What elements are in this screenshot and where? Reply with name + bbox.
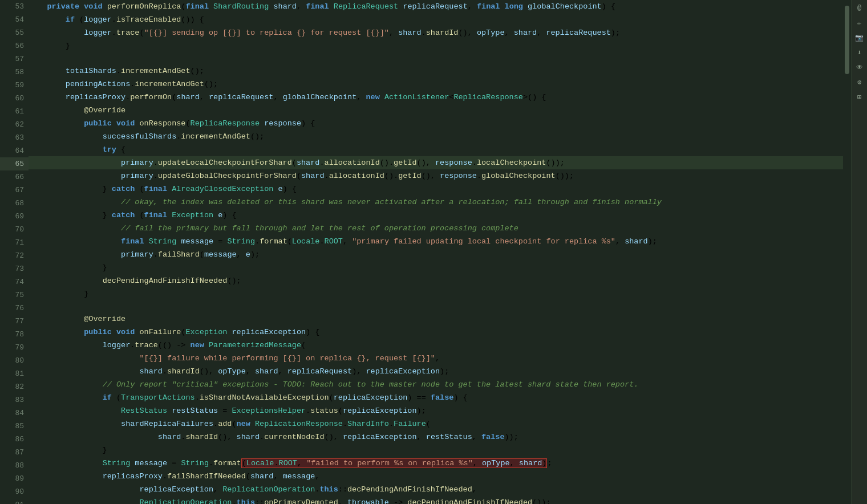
line-num-86: 86 xyxy=(0,433,29,446)
line-num-73: 73 xyxy=(0,262,29,275)
scrollbar[interactable] xyxy=(843,0,851,504)
line-num-90: 90 xyxy=(0,485,29,498)
code-line-87: } xyxy=(29,444,843,457)
code-line-70: // fail the primary but fall through and… xyxy=(29,222,843,235)
code-line-74: decPendingAndFinishIfNeeded(); xyxy=(29,274,843,287)
line-num-69: 69 xyxy=(0,210,29,223)
code-line-53: private void performOnReplica(final Shar… xyxy=(29,0,843,13)
code-line-69: } catch (final Exception e) { xyxy=(29,209,843,222)
line-num-54: 54 xyxy=(0,13,29,26)
line-num-66: 66 xyxy=(0,170,29,184)
code-line-78: public void onFailure(Exception replicaE… xyxy=(29,326,843,339)
line-num-67: 67 xyxy=(0,184,29,197)
code-line-65: primary.updateLocalCheckpointForShard(sh… xyxy=(29,156,843,169)
code-line-90: replicaException, ReplicationOperation.t… xyxy=(29,483,843,496)
line-num-81: 81 xyxy=(0,367,29,380)
line-num-78: 78 xyxy=(0,328,29,341)
line-numbers: 53 54 55 56 57 58 59 60 61 62 63 64 65 6… xyxy=(0,0,29,504)
line-num-68: 68 xyxy=(0,197,29,210)
line-num-88: 88 xyxy=(0,459,29,472)
line-num-59: 59 xyxy=(0,79,29,92)
line-num-91: 91 xyxy=(0,498,29,504)
line-num-74: 74 xyxy=(0,275,29,288)
scrollbar-thumb[interactable] xyxy=(845,6,849,74)
code-line-59: pendingActions.incrementAndGet(); xyxy=(29,78,843,91)
line-num-72: 72 xyxy=(0,249,29,262)
code-line-84: RestStatus restStatus = ExceptionsHelper… xyxy=(29,404,843,417)
code-line-66: primary.updateGlobalCheckpointForShard(s… xyxy=(29,169,843,182)
line-num-82: 82 xyxy=(0,380,29,393)
code-line-79: logger.trace(() -> new ParameterizedMess… xyxy=(29,339,843,352)
code-line-82: // Only report "critical" exceptions - T… xyxy=(29,378,843,391)
line-num-85: 85 xyxy=(0,420,29,433)
code-line-85: shardReplicaFailures.add(new Replication… xyxy=(29,417,843,430)
line-num-70: 70 xyxy=(0,223,29,236)
code-line-56: } xyxy=(29,39,843,52)
line-num-79: 79 xyxy=(0,341,29,354)
right-panel: @ ✏ 📷 ⬇ 👁 ⚙ ⊞ xyxy=(851,0,867,504)
eye-icon[interactable]: 👁 xyxy=(854,62,865,73)
line-num-56: 56 xyxy=(0,39,29,52)
code-line-88: String message = String.format(Locale.RO… xyxy=(29,457,843,470)
code-content: private void performOnReplica(final Shar… xyxy=(29,0,843,504)
code-line-68: // okay, the index was deleted or this s… xyxy=(29,196,843,209)
line-num-75: 75 xyxy=(0,288,29,302)
code-line-83: if (TransportActions.isShardNotAvailable… xyxy=(29,391,843,404)
code-line-76 xyxy=(29,300,843,312)
line-num-83: 83 xyxy=(0,393,29,407)
line-num-76: 76 xyxy=(0,302,29,315)
line-num-64: 64 xyxy=(0,144,29,157)
download-icon[interactable]: ⬇ xyxy=(854,47,865,58)
line-num-87: 87 xyxy=(0,446,29,459)
code-line-73: } xyxy=(29,261,843,274)
code-line-54: if (logger.isTraceEnabled()) { xyxy=(29,13,843,26)
code-line-89: replicasProxy.failShardIfNeeded(shard, m… xyxy=(29,470,843,483)
at-icon[interactable]: @ xyxy=(854,2,865,14)
code-line-58: totalShards.incrementAndGet(); xyxy=(29,64,843,78)
code-line-77: @Override xyxy=(29,312,843,326)
line-num-80: 80 xyxy=(0,354,29,367)
code-editor: 53 54 55 56 57 58 59 60 61 62 63 64 65 6… xyxy=(0,0,851,504)
line-num-89: 89 xyxy=(0,472,29,485)
code-line-81: shard.shardId(), opType, shard, replicaR… xyxy=(29,365,843,378)
code-line-64: try { xyxy=(29,143,843,156)
grid-icon[interactable]: ⊞ xyxy=(854,91,865,103)
code-line-71: final String message = String.format(Loc… xyxy=(29,235,843,248)
code-line-62: public void onResponse(ReplicaResponse r… xyxy=(29,117,843,130)
code-line-67: } catch (final AlreadyClosedException e)… xyxy=(29,182,843,196)
code-line-60: replicasProxy.performOn(shard, replicaRe… xyxy=(29,91,843,104)
line-num-77: 77 xyxy=(0,315,29,328)
line-num-60: 60 xyxy=(0,92,29,105)
settings-icon[interactable]: ⚙ xyxy=(854,76,865,88)
line-num-84: 84 xyxy=(0,407,29,420)
line-num-58: 58 xyxy=(0,66,29,79)
camera-icon[interactable]: 📷 xyxy=(854,32,865,43)
code-line-75: } xyxy=(29,287,843,300)
edit-icon[interactable]: ✏ xyxy=(854,17,865,29)
line-num-57: 57 xyxy=(0,52,29,66)
code-line-63: successfulShards.incrementAndGet(); xyxy=(29,130,843,143)
code-line-86: shard.shardId(), shard.currentNodeId(), … xyxy=(29,430,843,444)
code-line-80: "[{}] failure while performing [{}] on r… xyxy=(29,352,843,365)
line-num-63: 63 xyxy=(0,131,29,144)
line-num-71: 71 xyxy=(0,236,29,249)
line-num-65: 65 xyxy=(0,157,29,170)
line-num-62: 62 xyxy=(0,118,29,131)
code-line-55: logger.trace("[{}] sending op [{}] to re… xyxy=(29,26,843,39)
code-line-61: @Override xyxy=(29,104,843,117)
line-num-61: 61 xyxy=(0,105,29,118)
code-line-72: primary.failShard(message, e); xyxy=(29,248,843,261)
line-num-53: 53 xyxy=(0,0,29,13)
line-num-55: 55 xyxy=(0,26,29,39)
code-line-57 xyxy=(29,52,843,64)
code-line-91: ReplicationOperation.this::onPrimaryDemo… xyxy=(29,496,843,504)
